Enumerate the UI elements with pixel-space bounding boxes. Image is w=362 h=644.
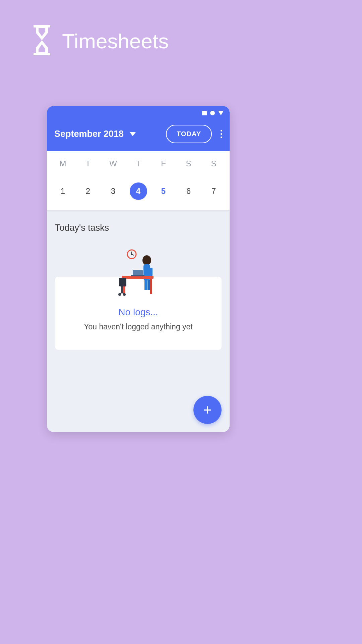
- svg-rect-9: [149, 268, 153, 276]
- svg-rect-14: [150, 279, 152, 294]
- date-cell[interactable]: 7: [205, 182, 223, 200]
- weekday-label: T: [80, 159, 97, 168]
- overflow-menu-icon[interactable]: [221, 130, 222, 138]
- calendar-strip: M T W T F S S 1 2 3 4 5 6 7: [47, 151, 230, 210]
- status-bar: [47, 106, 230, 117]
- date-cell[interactable]: 2: [79, 182, 97, 200]
- svg-point-1: [210, 111, 215, 115]
- svg-marker-2: [218, 111, 224, 115]
- dropdown-icon: [130, 132, 136, 136]
- hourglass-icon: [28, 23, 55, 58]
- nav-triangle-icon: [218, 111, 224, 117]
- month-selector[interactable]: September 2018: [54, 129, 136, 139]
- svg-rect-18: [121, 286, 123, 292]
- svg-rect-16: [131, 275, 144, 276]
- empty-state-subtitle: You haven't logged anything yet: [65, 322, 212, 331]
- app-title: Timesheets: [62, 29, 169, 53]
- weekday-label: W: [105, 159, 122, 168]
- plus-icon: +: [203, 402, 212, 417]
- add-log-button[interactable]: +: [193, 396, 222, 424]
- svg-rect-0: [202, 111, 207, 115]
- empty-state-illustration: [113, 248, 164, 302]
- svg-point-7: [142, 255, 151, 265]
- empty-state-card: No logs... You haven't logged anything y…: [55, 277, 222, 350]
- weekday-label: M: [55, 159, 71, 168]
- app-brand: Timesheets: [28, 23, 169, 58]
- svg-line-6: [132, 254, 134, 255]
- date-cell-today[interactable]: 5: [155, 182, 172, 200]
- date-cell[interactable]: 1: [54, 182, 72, 200]
- weekday-label: S: [205, 159, 222, 168]
- svg-rect-17: [119, 278, 126, 286]
- svg-rect-11: [147, 280, 150, 290]
- app-screen: September 2018 TODAY M T W T F S S: [47, 106, 230, 432]
- tasks-section-title: Today's tasks: [55, 223, 222, 233]
- tasks-section: Today's tasks: [47, 210, 230, 363]
- empty-state-title: No logs...: [65, 307, 212, 318]
- nav-square-icon: [202, 111, 207, 117]
- nav-circle-icon: [210, 111, 215, 117]
- weekday-label: S: [180, 159, 197, 168]
- weekday-label: T: [130, 159, 147, 168]
- date-cell-selected[interactable]: 4: [130, 182, 147, 200]
- weekday-row: M T W T F S S: [50, 159, 226, 168]
- app-header: September 2018 TODAY: [47, 106, 230, 151]
- svg-rect-10: [144, 280, 147, 290]
- dates-row: 1 2 3 4 5 6 7: [50, 182, 226, 200]
- date-cell[interactable]: 6: [180, 182, 197, 200]
- weekday-label: F: [155, 159, 172, 168]
- today-button[interactable]: TODAY: [166, 125, 212, 143]
- month-label: September 2018: [54, 129, 124, 139]
- date-cell[interactable]: 3: [105, 182, 122, 200]
